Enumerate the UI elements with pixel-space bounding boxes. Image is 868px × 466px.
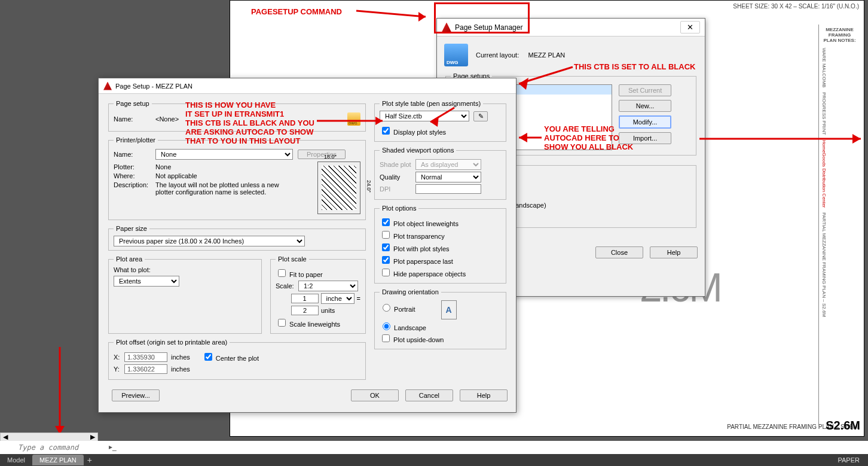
scale-lineweights-check[interactable]: Scale lineweights — [276, 321, 340, 328]
ps-titlebar[interactable]: Page Setup - MEZZ PLAN — [99, 78, 516, 94]
stamp-client: HomeGoods Distribution Center — [819, 138, 829, 210]
landscape-radio[interactable]: Landscape — [380, 324, 426, 331]
add-layout-icon[interactable]: + — [84, 455, 96, 465]
page-setup-legend: Page setup — [114, 100, 152, 107]
orient-legend: Drawing orientation — [380, 288, 441, 296]
plot-scale-group: Plot scale Fit to paper Scale:1:2 inches… — [270, 255, 366, 334]
autocad-icon — [442, 23, 451, 32]
offset-x-units: inches — [171, 354, 190, 361]
preview-button[interactable]: Preview... — [112, 389, 160, 401]
quality-label: Quality — [380, 173, 415, 181]
titleblock-side: MEZZANINE FRAMING PLAN NOTES: WARE MALCO… — [818, 25, 860, 425]
where-label: Where: — [114, 172, 155, 179]
plot-offset-group: Plot offset (origin set to printable are… — [108, 339, 366, 380]
printer-plotter-group: Printer/plotter Name: None Properties Pl… — [108, 136, 366, 220]
landscape-label: Landscape — [394, 324, 426, 331]
paper-size-select[interactable]: Previous paper size (18.00 x 24.00 Inche… — [114, 236, 305, 246]
plot-style-table-group: Plot style table (pen assignments) Half … — [374, 100, 506, 142]
portrait-label: Portrait — [394, 306, 415, 313]
psm-title: Page Setup Manager — [455, 23, 522, 32]
desc-label: Description: — [114, 181, 155, 188]
scale-lw-label: Scale lineweights — [289, 321, 340, 328]
stamp-progress: PROGRESS PRINT — [819, 90, 829, 138]
portrait-radio[interactable]: Portrait — [380, 306, 415, 313]
papersize-legend: Paper size — [114, 225, 149, 232]
paper-size-group: Paper size Previous paper size (18.00 x … — [108, 225, 366, 251]
psm-titlebar[interactable]: Page Setup Manager ✕ — [437, 19, 705, 36]
upside-down-check[interactable]: Plot upside-down — [380, 336, 444, 343]
sheet-number: S2.6M — [826, 419, 860, 433]
upside-label: Plot upside-down — [393, 336, 444, 343]
scale-select[interactable]: 1:2 — [298, 281, 358, 291]
po-styles-check[interactable]: Plot with plot styles — [380, 245, 450, 252]
ok-button[interactable]: OK — [351, 389, 399, 401]
command-line[interactable]: ▸_ — [0, 441, 868, 454]
import-button[interactable]: Import... — [619, 132, 671, 144]
page-setup-dialog: Page Setup - MEZZ PLAN Page setup Name: … — [98, 78, 516, 413]
commandline-icon: ▸_ — [109, 443, 117, 451]
dpi-label: DPI — [380, 185, 415, 193]
po-hide-check[interactable]: Hide paperspace objects — [380, 270, 466, 278]
offset-y-input[interactable] — [124, 364, 167, 374]
properties-button[interactable]: Properties — [298, 150, 346, 159]
name-value: <None> — [155, 115, 251, 123]
tab-mezz-plan[interactable]: MEZZ PLAN — [32, 455, 84, 465]
quality-select[interactable]: Normal — [415, 172, 481, 182]
new-button[interactable]: New... — [619, 100, 671, 112]
fit-label: Fit to paper — [289, 271, 323, 278]
display-plot-styles-check[interactable]: Display plot styles — [380, 129, 446, 136]
page-setup-group: Page setup Name: <None> — [108, 100, 366, 132]
help-button[interactable]: Help — [460, 389, 508, 401]
plotter-name-select[interactable]: None — [155, 149, 293, 160]
set-current-button[interactable]: Set Current — [619, 84, 671, 96]
shade-plot-select[interactable]: As displayed — [415, 159, 481, 170]
autocad-icon — [103, 82, 112, 90]
po-paperspace-check[interactable]: Plot paperspace last — [380, 258, 453, 265]
scale-den-units: units — [321, 307, 354, 314]
scale-units-select[interactable]: inches — [321, 293, 354, 304]
ctb-select[interactable]: Half Size.ctb — [380, 111, 469, 121]
preview-width: 18.0" — [324, 154, 337, 160]
offset-x-input[interactable] — [124, 352, 167, 362]
command-input[interactable] — [0, 443, 868, 452]
tab-model[interactable]: Model — [0, 455, 32, 465]
scale-numerator[interactable] — [291, 294, 319, 303]
po-lw-label: Plot object lineweights — [393, 220, 459, 227]
printer-legend: Printer/plotter — [114, 136, 158, 144]
sheet-size-text: SHEET SIZE: 30 X 42 – SCALE: 1/16" (U.N.… — [733, 3, 859, 10]
help-button[interactable]: Help — [650, 246, 698, 258]
offset-y-units: inches — [171, 366, 190, 373]
current-layout-label: Current layout: — [476, 51, 519, 59]
titleblock-notes: MEZZANINE FRAMING PLAN NOTES: — [819, 25, 860, 45]
ctb-edit-icon[interactable]: ✎ — [473, 111, 488, 121]
close-button[interactable]: Close — [595, 246, 643, 258]
fit-to-paper-check[interactable]: Fit to paper — [276, 271, 323, 278]
scale-denominator[interactable] — [291, 306, 319, 315]
orientation-group: Drawing orientation Portrait A Landscape… — [374, 288, 506, 349]
where-value: Not applicable — [155, 172, 197, 179]
center-plot-check[interactable]: Center the plot — [202, 351, 259, 363]
dwg-icon — [444, 44, 468, 66]
stamp-sheetname: PARTIAL MEZZANINE FRAMING PLAN – S2.6M — [819, 210, 829, 319]
cancel-button[interactable]: Cancel — [405, 389, 453, 401]
plotarea-legend: Plot area — [114, 255, 145, 263]
po-lineweights-check[interactable]: Plot object lineweights — [380, 220, 459, 227]
modify-button[interactable]: Modify... — [619, 115, 671, 129]
dpi-input[interactable] — [415, 184, 481, 194]
plotscale-legend: Plot scale — [276, 255, 309, 263]
plotstyle-legend: Plot style table (pen assignments) — [380, 100, 483, 107]
y-label: Y: — [114, 366, 124, 373]
x-label: X: — [114, 354, 124, 361]
desc-value: The layout will not be plotted unless a … — [155, 181, 299, 196]
what-to-plot-select[interactable]: Extents — [114, 276, 179, 287]
po-st-label: Plot with plot styles — [393, 245, 450, 252]
stamp-firm: WARE MALCOMB — [819, 45, 829, 90]
plotter-value: None — [155, 163, 171, 170]
shaded-viewport-group: Shaded viewport options Shade plotAs dis… — [374, 147, 506, 200]
status-space[interactable]: PAPER — [838, 456, 868, 464]
paper-preview: 18.0" 24.0" — [317, 162, 360, 214]
po-ps-label: Plot paperspace last — [393, 258, 453, 265]
close-icon[interactable]: ✕ — [680, 21, 700, 33]
plotopts-legend: Plot options — [380, 205, 418, 212]
po-transparency-check[interactable]: Plot transparency — [380, 233, 445, 240]
